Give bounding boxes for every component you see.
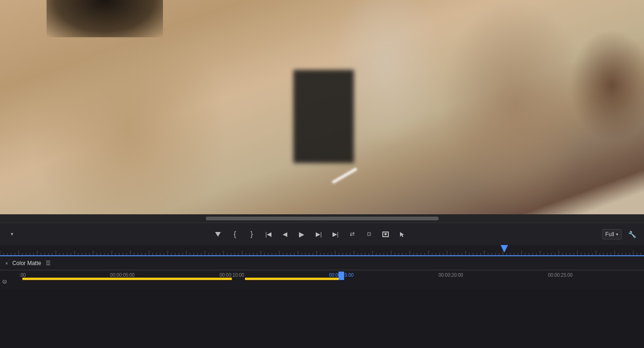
sequence-tab-name: Color Matte: [12, 260, 41, 266]
go-to-in-button[interactable]: |◀: [262, 228, 275, 241]
time-label-5: 00:00:05:00: [110, 273, 135, 278]
playback-controls: { } |◀ ◀ ▶ ▶| ▶| ⇄ ⊡: [19, 228, 602, 241]
preview-scrollbar[interactable]: [0, 214, 644, 223]
mark-out-button[interactable]: [211, 228, 224, 241]
yellow-bar-1: [22, 278, 231, 280]
mark-in-button[interactable]: {: [228, 228, 241, 241]
play-button[interactable]: ▶: [295, 228, 308, 241]
mark-out-bracket-button[interactable]: }: [245, 228, 258, 241]
time-label-10: 00:00:10:00: [219, 273, 244, 278]
time-label-25: 00:00:25:00: [548, 273, 573, 278]
playhead-bottom[interactable]: [339, 272, 344, 280]
settings-wrench-button[interactable]: 🔧: [625, 228, 638, 241]
export-frame-button[interactable]: [379, 228, 392, 241]
scroll-thumb[interactable]: [206, 217, 439, 220]
timeline-ruler-bottom[interactable]: :00 00:00:05:00 00:00:10:00 00:00:15:00 …: [0, 271, 644, 289]
cursor-tool-button[interactable]: [396, 228, 409, 241]
yellow-bar-2: [245, 278, 341, 280]
quality-dropdown[interactable]: Full ▾: [602, 229, 622, 239]
timeline-ruler-header: [0, 245, 644, 255]
controls-left: ▾: [6, 228, 19, 241]
timeline-ruler[interactable]: [0, 245, 644, 255]
svg-rect-4: [382, 232, 383, 237]
chevron-down-icon: ▾: [616, 232, 618, 237]
svg-marker-6: [400, 232, 404, 237]
go-to-out-button[interactable]: ▶|: [329, 228, 342, 241]
close-tab-button[interactable]: ×: [4, 259, 9, 267]
timeline-bottom: ⚙ :00 00:00:05:00 00:00:10:00 00:00:15:0…: [0, 270, 644, 289]
step-forward-button[interactable]: ▶|: [312, 228, 325, 241]
svg-rect-5: [388, 232, 389, 237]
time-label-20: 00:00:20:00: [439, 273, 463, 278]
svg-marker-0: [215, 232, 221, 237]
safe-margins-button[interactable]: ⊡: [362, 228, 375, 241]
loop-button[interactable]: ⇄: [346, 228, 359, 241]
step-back-button[interactable]: ◀: [278, 228, 291, 241]
sequence-tab-bar: × Color Matte ☰: [0, 255, 644, 270]
controls-right: Full ▾ 🔧: [602, 228, 638, 241]
sequence-menu-button[interactable]: ☰: [46, 260, 51, 266]
time-label-0: :00: [19, 273, 26, 278]
svg-rect-3: [382, 236, 389, 237]
controls-bar: ▾ { } |◀ ◀ ▶ ▶| ▶| ⇄ ⊡: [0, 223, 644, 245]
quality-label: Full: [605, 231, 614, 238]
ruler-ticks: :00 00:00:05:00 00:00:10:00 00:00:15:00 …: [0, 271, 644, 280]
svg-point-1: [385, 233, 387, 235]
panel-menu-button[interactable]: ▾: [6, 228, 19, 241]
svg-rect-2: [382, 232, 389, 232]
video-preview: [0, 0, 644, 214]
